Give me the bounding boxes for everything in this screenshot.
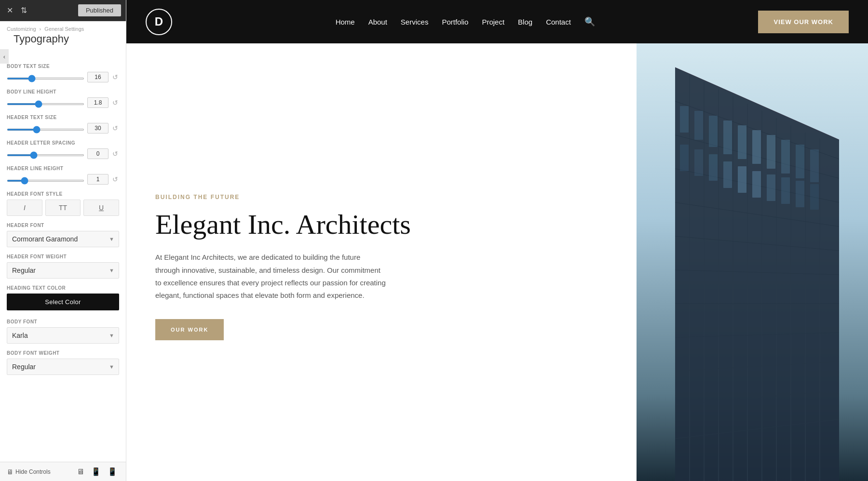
svg-rect-35	[694, 149, 703, 176]
body-line-height-input[interactable]: 1.8	[87, 97, 108, 108]
svg-rect-26	[709, 116, 718, 147]
hero-title: Elegant Inc. Architects	[155, 209, 608, 240]
body-font-select[interactable]: Karla Open Sans Roboto Lato Source Sans …	[7, 327, 119, 344]
header-letter-spacing-slider[interactable]	[7, 154, 84, 156]
breadcrumb: Customizing › General Settings	[7, 26, 119, 32]
header-font-style-label: HEADER FONT STYLE	[7, 191, 119, 197]
svg-rect-25	[694, 111, 703, 140]
tablet-view-button[interactable]: 📱	[89, 466, 103, 477]
italic-style-button[interactable]: I	[7, 200, 42, 216]
heading-text-color-label: HEADING TEXT COLOR	[7, 285, 119, 291]
nav-home[interactable]: Home	[336, 18, 355, 26]
body-line-height-label: BODY LINE HEIGHT	[7, 89, 119, 94]
body-text-size-slider[interactable]	[7, 78, 84, 80]
body-font-select-wrap: Karla Open Sans Roboto Lato Source Sans …	[7, 327, 119, 344]
site-nav: Home About Services Portfolio Project Bl…	[336, 16, 595, 27]
svg-rect-43	[810, 184, 819, 210]
top-bar-icons: ✕ ⇅	[5, 4, 29, 17]
svg-rect-33	[810, 149, 819, 182]
header-text-size-reset[interactable]: ↺	[111, 124, 119, 132]
device-icons: 🖥 📱 📱	[75, 466, 119, 477]
header-letter-spacing-input[interactable]: 0	[87, 148, 108, 159]
svg-rect-30	[767, 135, 775, 169]
header-line-height-reset[interactable]: ↺	[111, 175, 119, 183]
svg-rect-24	[680, 106, 689, 133]
body-text-size-row: 16 ↺	[7, 72, 119, 82]
header-letter-spacing-reset[interactable]: ↺	[111, 150, 119, 158]
mobile-icon: 📱	[108, 468, 117, 476]
close-button[interactable]: ✕	[5, 4, 15, 17]
reorder-button[interactable]: ⇅	[19, 4, 29, 17]
body-font-label: BODY FONT	[7, 319, 119, 324]
close-icon: ✕	[7, 6, 13, 15]
preview-area: D Home About Services Portfolio Project …	[126, 0, 868, 481]
hide-controls-button[interactable]: 🖥 Hide Controls	[7, 468, 51, 476]
header-letter-spacing-row: 0 ↺	[7, 148, 119, 159]
header-letter-spacing-label: HEADER LETTER SPACING	[7, 140, 119, 146]
font-style-row: I TT U	[7, 200, 119, 216]
desktop-view-button[interactable]: 🖥	[75, 466, 86, 477]
header-font-select[interactable]: Cormorant Garamond Georgia Playfair Disp…	[7, 231, 119, 247]
reorder-icon: ⇅	[21, 6, 27, 15]
body-line-height-row: 1.8 ↺	[7, 97, 119, 108]
body-text-size-reset[interactable]: ↺	[111, 73, 119, 81]
header-font-label: HEADER FONT	[7, 223, 119, 228]
body-text-size-label: BODY TEXT SIZE	[7, 64, 119, 69]
top-bar: ✕ ⇅ Published	[0, 0, 126, 21]
logo-letter: D	[155, 15, 163, 28]
hero-image	[637, 43, 868, 481]
header-line-height-slider[interactable]	[7, 180, 84, 182]
select-color-button[interactable]: Select Color	[7, 294, 119, 310]
header-line-height-input[interactable]: 1	[87, 174, 108, 185]
underline-style-button[interactable]: U	[83, 200, 119, 216]
header-line-height-label: HEADER LINE HEIGHT	[7, 166, 119, 171]
nav-project[interactable]: Project	[482, 18, 504, 26]
header-font-weight-select[interactable]: Regular Bold Light Medium	[7, 262, 119, 279]
hero-cta-button[interactable]: OUR WORK	[155, 319, 224, 340]
header-font-select-wrap: Cormorant Garamond Georgia Playfair Disp…	[7, 231, 119, 247]
body-font-weight-select[interactable]: Regular Bold Light Medium	[7, 359, 119, 375]
header-text-size-input[interactable]: 30	[87, 123, 108, 134]
body-line-height-reset[interactable]: ↺	[111, 99, 119, 107]
header-text-size-row: 30 ↺	[7, 123, 119, 134]
monitor-icon: 🖥	[7, 468, 14, 476]
svg-rect-39	[752, 171, 761, 198]
site-header: D Home About Services Portfolio Project …	[126, 0, 868, 43]
header-text-size-slider[interactable]	[7, 129, 84, 131]
hero-text-area: BUILDING THE FUTURE Elegant Inc. Archite…	[126, 43, 637, 481]
site-content: BUILDING THE FUTURE Elegant Inc. Archite…	[126, 43, 868, 481]
search-icon[interactable]: 🔍	[584, 16, 595, 27]
tablet-icon: 📱	[91, 468, 101, 476]
controls-area: BODY TEXT SIZE 16 ↺ BODY LINE HEIGHT 1.8…	[0, 52, 126, 462]
logo-circle: D	[146, 9, 172, 35]
svg-rect-32	[796, 145, 804, 178]
site-logo: D	[146, 9, 172, 35]
back-arrow-button[interactable]: ‹	[0, 49, 9, 64]
desktop-icon: 🖥	[77, 468, 84, 476]
nav-blog[interactable]: Blog	[518, 18, 532, 26]
nav-about[interactable]: About	[368, 18, 387, 26]
section-title: Typography	[7, 32, 119, 50]
body-line-height-slider[interactable]	[7, 103, 84, 105]
nav-contact[interactable]: Contact	[546, 18, 571, 26]
svg-rect-41	[781, 177, 790, 204]
published-button[interactable]: Published	[78, 4, 121, 16]
hero-tagline: BUILDING THE FUTURE	[155, 194, 608, 200]
header-font-weight-select-wrap: Regular Bold Light Medium ▼	[7, 262, 119, 279]
svg-rect-36	[709, 154, 718, 181]
cta-button[interactable]: VIEW OUR WORK	[758, 11, 849, 33]
header-font-weight-label: HEADER FONT WEIGHT	[7, 254, 119, 259]
svg-rect-29	[752, 130, 761, 164]
body-font-weight-select-wrap: Regular Bold Light Medium ▼	[7, 359, 119, 375]
svg-rect-37	[723, 161, 732, 188]
body-text-size-input[interactable]: 16	[87, 72, 108, 82]
nav-services[interactable]: Services	[401, 18, 429, 26]
header-line-height-row: 1 ↺	[7, 174, 119, 185]
mobile-view-button[interactable]: 📱	[106, 466, 119, 477]
svg-rect-42	[796, 181, 804, 207]
svg-rect-40	[767, 174, 775, 201]
nav-portfolio[interactable]: Portfolio	[442, 18, 468, 26]
tt-style-button[interactable]: TT	[45, 200, 81, 216]
svg-rect-28	[738, 125, 746, 159]
body-font-weight-label: BODY FONT WEIGHT	[7, 350, 119, 356]
